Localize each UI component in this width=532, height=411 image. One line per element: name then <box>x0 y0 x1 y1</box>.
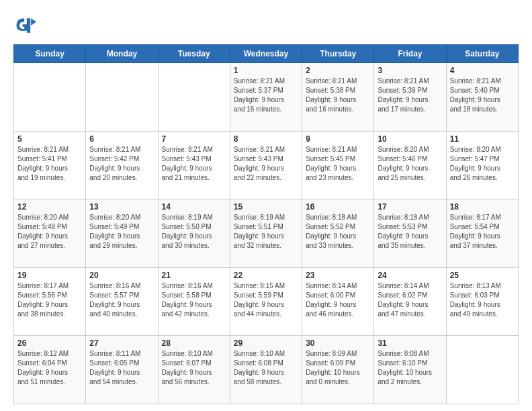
day-number: 8 <box>234 134 298 144</box>
day-info: Sunrise: 8:10 AM Sunset: 6:08 PM Dayligh… <box>234 349 298 387</box>
calendar-cell: 20Sunrise: 8:16 AM Sunset: 5:57 PM Dayli… <box>86 267 158 336</box>
day-number: 6 <box>89 134 154 144</box>
day-info: Sunrise: 8:21 AM Sunset: 5:45 PM Dayligh… <box>306 145 370 183</box>
day-info: Sunrise: 8:21 AM Sunset: 5:37 PM Dayligh… <box>234 77 298 114</box>
day-info: Sunrise: 8:20 AM Sunset: 5:47 PM Dayligh… <box>450 145 515 183</box>
day-number: 22 <box>234 271 298 280</box>
calendar-cell: 15Sunrise: 8:19 AM Sunset: 5:51 PM Dayli… <box>230 199 302 268</box>
calendar-header-friday: Friday <box>374 45 446 63</box>
header <box>13 13 519 38</box>
calendar-cell: 1Sunrise: 8:21 AM Sunset: 5:37 PM Daylig… <box>230 63 302 132</box>
day-info: Sunrise: 8:19 AM Sunset: 5:50 PM Dayligh… <box>162 213 226 250</box>
day-number: 3 <box>378 66 442 75</box>
day-number: 26 <box>17 338 82 348</box>
day-info: Sunrise: 8:21 AM Sunset: 5:41 PM Dayligh… <box>17 145 82 183</box>
calendar-body: 1Sunrise: 8:21 AM Sunset: 5:37 PM Daylig… <box>14 63 519 404</box>
calendar-cell <box>14 63 86 132</box>
day-number: 17 <box>378 202 442 212</box>
calendar-header-tuesday: Tuesday <box>158 45 230 63</box>
calendar-cell: 25Sunrise: 8:13 AM Sunset: 6:03 PM Dayli… <box>446 267 518 336</box>
day-info: Sunrise: 8:16 AM Sunset: 5:57 PM Dayligh… <box>89 281 154 319</box>
calendar-cell: 31Sunrise: 8:08 AM Sunset: 6:10 PM Dayli… <box>374 336 446 404</box>
day-info: Sunrise: 8:12 AM Sunset: 6:04 PM Dayligh… <box>17 349 82 387</box>
calendar-cell: 28Sunrise: 8:10 AM Sunset: 6:07 PM Dayli… <box>158 336 230 404</box>
day-info: Sunrise: 8:21 AM Sunset: 5:42 PM Dayligh… <box>89 145 154 183</box>
day-info: Sunrise: 8:21 AM Sunset: 5:39 PM Dayligh… <box>378 77 442 114</box>
day-info: Sunrise: 8:21 AM Sunset: 5:38 PM Dayligh… <box>306 77 370 114</box>
calendar-cell: 2Sunrise: 8:21 AM Sunset: 5:38 PM Daylig… <box>302 63 374 132</box>
logo <box>13 13 40 38</box>
calendar-cell <box>158 63 230 132</box>
day-info: Sunrise: 8:17 AM Sunset: 5:54 PM Dayligh… <box>450 213 515 250</box>
day-info: Sunrise: 8:11 AM Sunset: 6:05 PM Dayligh… <box>89 349 154 387</box>
calendar-cell: 4Sunrise: 8:21 AM Sunset: 5:40 PM Daylig… <box>446 63 518 132</box>
day-number: 27 <box>89 338 154 348</box>
day-number: 29 <box>234 338 298 348</box>
day-number: 7 <box>162 134 226 144</box>
day-info: Sunrise: 8:14 AM Sunset: 6:00 PM Dayligh… <box>306 281 370 319</box>
day-info: Sunrise: 8:13 AM Sunset: 6:03 PM Dayligh… <box>450 281 515 319</box>
day-number: 13 <box>89 202 154 212</box>
calendar-header-row: SundayMondayTuesdayWednesdayThursdayFrid… <box>14 45 519 63</box>
calendar-week-3: 12Sunrise: 8:20 AM Sunset: 5:48 PM Dayli… <box>14 199 519 268</box>
day-number: 4 <box>450 66 515 75</box>
calendar-cell <box>86 63 158 132</box>
calendar-cell: 18Sunrise: 8:17 AM Sunset: 5:54 PM Dayli… <box>446 199 518 268</box>
calendar-header-thursday: Thursday <box>302 45 374 63</box>
day-number: 24 <box>378 271 442 280</box>
day-number: 16 <box>306 202 370 212</box>
day-number: 19 <box>17 271 82 280</box>
calendar-cell: 22Sunrise: 8:15 AM Sunset: 5:59 PM Dayli… <box>230 267 302 336</box>
day-number: 10 <box>378 134 442 144</box>
calendar-cell: 5Sunrise: 8:21 AM Sunset: 5:41 PM Daylig… <box>14 131 86 199</box>
day-number: 14 <box>162 202 226 212</box>
day-number: 25 <box>450 271 515 280</box>
logo-icon <box>13 13 38 38</box>
calendar-cell: 12Sunrise: 8:20 AM Sunset: 5:48 PM Dayli… <box>14 199 86 268</box>
day-info: Sunrise: 8:20 AM Sunset: 5:46 PM Dayligh… <box>378 145 442 183</box>
day-number: 15 <box>234 202 298 212</box>
calendar-cell: 24Sunrise: 8:14 AM Sunset: 6:02 PM Dayli… <box>374 267 446 336</box>
day-info: Sunrise: 8:15 AM Sunset: 5:59 PM Dayligh… <box>234 281 298 319</box>
day-info: Sunrise: 8:21 AM Sunset: 5:40 PM Dayligh… <box>450 77 515 114</box>
day-info: Sunrise: 8:09 AM Sunset: 6:09 PM Dayligh… <box>306 349 370 387</box>
day-info: Sunrise: 8:10 AM Sunset: 6:07 PM Dayligh… <box>162 349 226 387</box>
calendar-cell: 11Sunrise: 8:20 AM Sunset: 5:47 PM Dayli… <box>446 131 518 199</box>
calendar-cell: 7Sunrise: 8:21 AM Sunset: 5:43 PM Daylig… <box>158 131 230 199</box>
day-number: 12 <box>17 202 82 212</box>
calendar-cell: 30Sunrise: 8:09 AM Sunset: 6:09 PM Dayli… <box>302 336 374 404</box>
day-info: Sunrise: 8:08 AM Sunset: 6:10 PM Dayligh… <box>378 349 442 387</box>
calendar-week-5: 26Sunrise: 8:12 AM Sunset: 6:04 PM Dayli… <box>14 336 519 404</box>
calendar-cell: 21Sunrise: 8:16 AM Sunset: 5:58 PM Dayli… <box>158 267 230 336</box>
day-number: 20 <box>89 271 154 280</box>
calendar-cell: 10Sunrise: 8:20 AM Sunset: 5:46 PM Dayli… <box>374 131 446 199</box>
day-number: 23 <box>306 271 370 280</box>
page: SundayMondayTuesdayWednesdayThursdayFrid… <box>0 0 532 411</box>
day-number: 5 <box>17 134 82 144</box>
day-number: 28 <box>162 338 226 348</box>
calendar-cell: 3Sunrise: 8:21 AM Sunset: 5:39 PM Daylig… <box>374 63 446 132</box>
day-number: 21 <box>162 271 226 280</box>
calendar-week-1: 1Sunrise: 8:21 AM Sunset: 5:37 PM Daylig… <box>14 63 519 132</box>
day-info: Sunrise: 8:18 AM Sunset: 5:53 PM Dayligh… <box>378 213 442 250</box>
day-info: Sunrise: 8:21 AM Sunset: 5:43 PM Dayligh… <box>162 145 226 183</box>
calendar-header-wednesday: Wednesday <box>230 45 302 63</box>
calendar-week-2: 5Sunrise: 8:21 AM Sunset: 5:41 PM Daylig… <box>14 131 519 199</box>
calendar-cell: 8Sunrise: 8:21 AM Sunset: 5:43 PM Daylig… <box>230 131 302 199</box>
day-info: Sunrise: 8:19 AM Sunset: 5:51 PM Dayligh… <box>234 213 298 250</box>
day-info: Sunrise: 8:21 AM Sunset: 5:43 PM Dayligh… <box>234 145 298 183</box>
day-number: 2 <box>306 66 370 75</box>
calendar-week-4: 19Sunrise: 8:17 AM Sunset: 5:56 PM Dayli… <box>14 267 519 336</box>
day-number: 9 <box>306 134 370 144</box>
calendar-cell: 16Sunrise: 8:18 AM Sunset: 5:52 PM Dayli… <box>302 199 374 268</box>
calendar-cell: 27Sunrise: 8:11 AM Sunset: 6:05 PM Dayli… <box>86 336 158 404</box>
calendar-cell: 23Sunrise: 8:14 AM Sunset: 6:00 PM Dayli… <box>302 267 374 336</box>
calendar-header-monday: Monday <box>86 45 158 63</box>
calendar-cell: 17Sunrise: 8:18 AM Sunset: 5:53 PM Dayli… <box>374 199 446 268</box>
calendar-cell: 26Sunrise: 8:12 AM Sunset: 6:04 PM Dayli… <box>14 336 86 404</box>
calendar-header-saturday: Saturday <box>446 45 518 63</box>
calendar-cell <box>446 336 518 404</box>
day-info: Sunrise: 8:20 AM Sunset: 5:49 PM Dayligh… <box>89 213 154 250</box>
calendar-header-sunday: Sunday <box>14 45 86 63</box>
calendar-cell: 9Sunrise: 8:21 AM Sunset: 5:45 PM Daylig… <box>302 131 374 199</box>
